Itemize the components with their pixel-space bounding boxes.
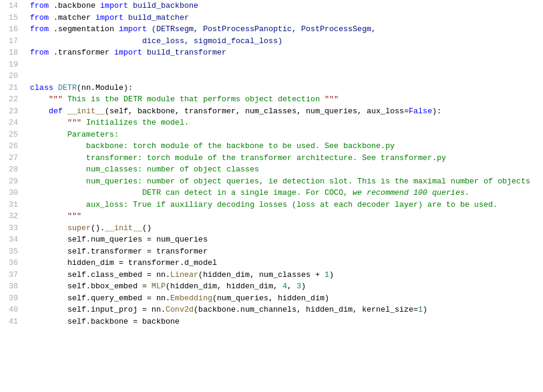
code-area[interactable]: from .backbone import build_backbonefrom…	[25, 0, 543, 392]
code-line: num_queries: number of object queries, i…	[30, 176, 543, 188]
code-line: self.query_embed = nn.Embedding(num_quer…	[30, 293, 543, 304]
line-number-gutter: 1415161718192021222324252627282930313233…	[0, 0, 25, 392]
code-line: from .transformer import build_transform…	[30, 47, 543, 59]
code-line: aux_loss: True if auxiliary decoding los…	[30, 199, 543, 211]
code-line: dice_loss, sigmoid_focal_loss)	[30, 35, 543, 47]
code-line: self.transformer = transformer	[30, 246, 543, 258]
line-number: 29	[5, 176, 18, 188]
code-line: self.class_embed = nn.Linear(hidden_dim,…	[30, 269, 543, 281]
code-line: transformer: torch module of the transfo…	[30, 152, 543, 164]
code-line: """ Initializes the model.	[30, 117, 543, 129]
code-line: self.bbox_embed = MLP(hidden_dim, hidden…	[30, 281, 543, 293]
line-number: 22	[5, 94, 18, 105]
code-editor: 1415161718192021222324252627282930313233…	[0, 0, 543, 392]
code-line: num_classes: number of object classes	[30, 164, 543, 176]
code-line: self.num_queries = num_queries	[30, 234, 543, 246]
line-number: 31	[5, 199, 18, 211]
line-number: 21	[5, 82, 18, 94]
code-line: super().__init__()	[30, 222, 543, 234]
code-line	[30, 59, 543, 71]
code-line: """ This is the DETR module that perform…	[30, 94, 543, 105]
code-line: self.backbone = backbone	[30, 316, 543, 328]
code-line: """	[30, 210, 543, 222]
line-number: 19	[5, 59, 18, 71]
line-number: 36	[5, 257, 18, 269]
line-number: 28	[5, 164, 18, 176]
code-line: Parameters:	[30, 129, 543, 141]
line-number: 14	[5, 0, 18, 12]
code-line: backbone: torch module of the backbone t…	[30, 140, 543, 152]
line-number: 15	[5, 12, 18, 24]
line-number: 16	[5, 23, 18, 35]
line-number: 17	[5, 35, 18, 47]
code-line: from .segmentation import (DETRsegm, Pos…	[30, 23, 543, 35]
line-number: 20	[5, 70, 18, 82]
line-number: 27	[5, 152, 18, 164]
line-number: 39	[5, 293, 18, 304]
line-number: 18	[5, 47, 18, 59]
line-number: 38	[5, 281, 18, 293]
code-line: DETR can detect in a single image. For C…	[30, 187, 543, 199]
code-line: class DETR(nn.Module):	[30, 82, 543, 94]
line-number: 25	[5, 129, 18, 141]
code-line: from .backbone import build_backbone	[30, 0, 543, 12]
line-number: 32	[5, 210, 18, 222]
code-line	[30, 70, 543, 82]
code-line: hidden_dim = transformer.d_model	[30, 257, 543, 269]
code-line: from .matcher import build_matcher	[30, 12, 543, 24]
line-number: 35	[5, 246, 18, 258]
line-number: 30	[5, 187, 18, 199]
line-number: 26	[5, 140, 18, 152]
line-number: 41	[5, 316, 18, 328]
line-number: 34	[5, 234, 18, 246]
line-number: 24	[5, 117, 18, 129]
line-number: 40	[5, 304, 18, 316]
code-line: self.input_proj = nn.Conv2d(backbone.num…	[30, 304, 543, 316]
line-number: 33	[5, 222, 18, 234]
line-number: 37	[5, 269, 18, 281]
line-number: 23	[5, 105, 18, 117]
code-line: def __init__(self, backbone, transformer…	[30, 105, 543, 117]
